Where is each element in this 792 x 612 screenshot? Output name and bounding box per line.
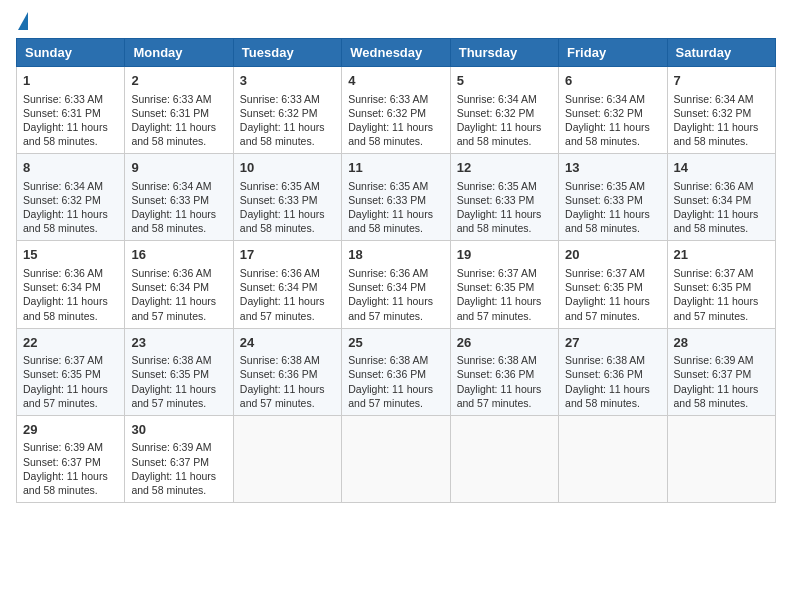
day-info: Sunset: 6:37 PM xyxy=(674,367,769,381)
day-info: Sunrise: 6:36 AM xyxy=(23,266,118,280)
day-info: Sunset: 6:37 PM xyxy=(23,455,118,469)
day-info: Daylight: 11 hours xyxy=(23,294,118,308)
day-info: and 58 minutes. xyxy=(457,134,552,148)
day-header-wednesday: Wednesday xyxy=(342,39,450,67)
day-number: 22 xyxy=(23,334,118,352)
calendar-header-row: SundayMondayTuesdayWednesdayThursdayFrid… xyxy=(17,39,776,67)
calendar-cell: 3Sunrise: 6:33 AMSunset: 6:32 PMDaylight… xyxy=(233,67,341,154)
day-number: 24 xyxy=(240,334,335,352)
day-info: Sunset: 6:36 PM xyxy=(240,367,335,381)
calendar-cell: 12Sunrise: 6:35 AMSunset: 6:33 PMDayligh… xyxy=(450,154,558,241)
day-info: Sunrise: 6:34 AM xyxy=(23,179,118,193)
day-info: Daylight: 11 hours xyxy=(457,294,552,308)
day-info: Sunrise: 6:39 AM xyxy=(131,440,226,454)
day-number: 11 xyxy=(348,159,443,177)
day-number: 23 xyxy=(131,334,226,352)
day-number: 28 xyxy=(674,334,769,352)
day-info: Sunset: 6:35 PM xyxy=(565,280,660,294)
day-info: and 58 minutes. xyxy=(23,309,118,323)
day-info: Sunrise: 6:36 AM xyxy=(348,266,443,280)
calendar-cell: 29Sunrise: 6:39 AMSunset: 6:37 PMDayligh… xyxy=(17,415,125,502)
day-number: 20 xyxy=(565,246,660,264)
day-info: and 58 minutes. xyxy=(131,483,226,497)
calendar-week-5: 29Sunrise: 6:39 AMSunset: 6:37 PMDayligh… xyxy=(17,415,776,502)
day-header-sunday: Sunday xyxy=(17,39,125,67)
calendar-cell: 26Sunrise: 6:38 AMSunset: 6:36 PMDayligh… xyxy=(450,328,558,415)
day-header-friday: Friday xyxy=(559,39,667,67)
day-info: and 57 minutes. xyxy=(240,309,335,323)
day-info: and 57 minutes. xyxy=(457,396,552,410)
day-info: Sunset: 6:34 PM xyxy=(23,280,118,294)
day-number: 18 xyxy=(348,246,443,264)
day-info: Sunrise: 6:34 AM xyxy=(131,179,226,193)
day-info: Daylight: 11 hours xyxy=(240,294,335,308)
day-info: Sunset: 6:32 PM xyxy=(457,106,552,120)
day-info: Sunrise: 6:37 AM xyxy=(565,266,660,280)
calendar-cell: 25Sunrise: 6:38 AMSunset: 6:36 PMDayligh… xyxy=(342,328,450,415)
calendar-cell: 24Sunrise: 6:38 AMSunset: 6:36 PMDayligh… xyxy=(233,328,341,415)
day-info: Sunset: 6:32 PM xyxy=(348,106,443,120)
day-info: Sunset: 6:31 PM xyxy=(23,106,118,120)
day-info: Sunrise: 6:37 AM xyxy=(457,266,552,280)
calendar-week-2: 8Sunrise: 6:34 AMSunset: 6:32 PMDaylight… xyxy=(17,154,776,241)
day-info: and 58 minutes. xyxy=(457,221,552,235)
calendar-cell: 28Sunrise: 6:39 AMSunset: 6:37 PMDayligh… xyxy=(667,328,775,415)
day-header-monday: Monday xyxy=(125,39,233,67)
day-number: 15 xyxy=(23,246,118,264)
day-info: Sunrise: 6:33 AM xyxy=(348,92,443,106)
day-info: and 58 minutes. xyxy=(240,134,335,148)
logo xyxy=(16,16,28,30)
day-info: Sunset: 6:35 PM xyxy=(23,367,118,381)
day-info: Daylight: 11 hours xyxy=(23,469,118,483)
day-info: Sunset: 6:33 PM xyxy=(348,193,443,207)
day-number: 29 xyxy=(23,421,118,439)
day-info: and 58 minutes. xyxy=(23,483,118,497)
day-info: Sunrise: 6:35 AM xyxy=(240,179,335,193)
day-info: Sunrise: 6:38 AM xyxy=(240,353,335,367)
day-number: 6 xyxy=(565,72,660,90)
day-info: Daylight: 11 hours xyxy=(457,382,552,396)
day-info: and 58 minutes. xyxy=(565,134,660,148)
day-info: and 57 minutes. xyxy=(131,396,226,410)
calendar-cell: 21Sunrise: 6:37 AMSunset: 6:35 PMDayligh… xyxy=(667,241,775,328)
day-info: and 57 minutes. xyxy=(565,309,660,323)
day-info: Sunrise: 6:36 AM xyxy=(240,266,335,280)
day-info: Daylight: 11 hours xyxy=(674,120,769,134)
day-info: and 57 minutes. xyxy=(348,396,443,410)
day-number: 13 xyxy=(565,159,660,177)
day-header-tuesday: Tuesday xyxy=(233,39,341,67)
day-number: 1 xyxy=(23,72,118,90)
day-info: Daylight: 11 hours xyxy=(348,207,443,221)
day-info: Daylight: 11 hours xyxy=(457,207,552,221)
day-info: Daylight: 11 hours xyxy=(674,207,769,221)
day-header-thursday: Thursday xyxy=(450,39,558,67)
calendar-cell: 9Sunrise: 6:34 AMSunset: 6:33 PMDaylight… xyxy=(125,154,233,241)
day-info: Sunrise: 6:38 AM xyxy=(457,353,552,367)
day-info: Sunrise: 6:38 AM xyxy=(348,353,443,367)
day-info: and 57 minutes. xyxy=(131,309,226,323)
day-info: and 58 minutes. xyxy=(240,221,335,235)
calendar-cell: 19Sunrise: 6:37 AMSunset: 6:35 PMDayligh… xyxy=(450,241,558,328)
day-info: Sunset: 6:34 PM xyxy=(240,280,335,294)
day-info: Sunset: 6:35 PM xyxy=(131,367,226,381)
day-info: Sunset: 6:32 PM xyxy=(240,106,335,120)
day-number: 19 xyxy=(457,246,552,264)
day-info: Sunset: 6:31 PM xyxy=(131,106,226,120)
day-info: and 57 minutes. xyxy=(674,309,769,323)
day-info: Daylight: 11 hours xyxy=(131,207,226,221)
day-info: Sunrise: 6:33 AM xyxy=(131,92,226,106)
day-info: Sunset: 6:34 PM xyxy=(131,280,226,294)
calendar-cell: 2Sunrise: 6:33 AMSunset: 6:31 PMDaylight… xyxy=(125,67,233,154)
day-header-saturday: Saturday xyxy=(667,39,775,67)
day-number: 16 xyxy=(131,246,226,264)
day-info: Daylight: 11 hours xyxy=(240,382,335,396)
day-info: Daylight: 11 hours xyxy=(240,207,335,221)
day-info: Sunset: 6:37 PM xyxy=(131,455,226,469)
day-info: Sunrise: 6:37 AM xyxy=(674,266,769,280)
calendar-cell xyxy=(450,415,558,502)
day-info: Sunrise: 6:38 AM xyxy=(565,353,660,367)
day-number: 10 xyxy=(240,159,335,177)
day-info: Sunrise: 6:36 AM xyxy=(674,179,769,193)
calendar-cell: 30Sunrise: 6:39 AMSunset: 6:37 PMDayligh… xyxy=(125,415,233,502)
calendar-cell: 14Sunrise: 6:36 AMSunset: 6:34 PMDayligh… xyxy=(667,154,775,241)
